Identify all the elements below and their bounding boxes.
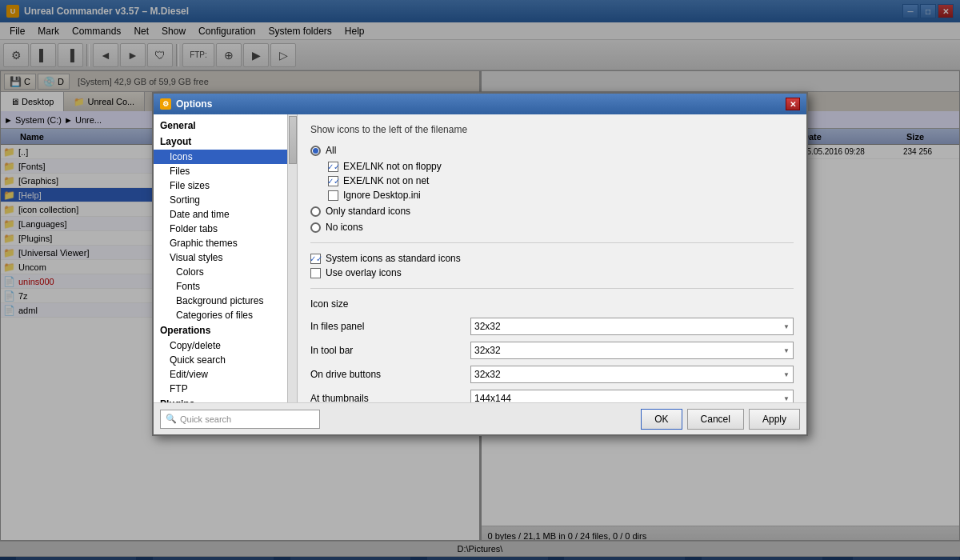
radio-row-no-icons[interactable]: No icons bbox=[310, 222, 794, 233]
content-section-title: Show icons to the left of the filename bbox=[310, 124, 794, 135]
modal-overlay: ⚙ Options ✕ General Layout Icons Files F… bbox=[0, 0, 960, 560]
tree-section-operations[interactable]: Operations bbox=[154, 322, 297, 338]
select-arrow-toolbar: ▼ bbox=[783, 347, 790, 354]
checkbox-row-ignore-ini[interactable]: Ignore Desktop.ini bbox=[328, 190, 794, 201]
tree-item-bg-pictures[interactable]: Background pictures bbox=[154, 294, 297, 308]
checkbox-exe-net-label: EXE/LNK not on net bbox=[343, 175, 429, 186]
icon-size-value-files: 32x32 bbox=[474, 321, 501, 332]
tree-item-date-time[interactable]: Date and time bbox=[154, 207, 297, 222]
icon-size-select-thumbnails[interactable]: 144x144 ▼ bbox=[470, 390, 794, 402]
icon-size-select-drives[interactable]: 32x32 ▼ bbox=[470, 366, 794, 383]
icon-size-label-files: In files panel bbox=[310, 321, 470, 332]
tree-item-quick-search[interactable]: Quick search bbox=[154, 353, 297, 367]
tree-item-icons[interactable]: Icons bbox=[154, 150, 297, 164]
icon-size-row-files: In files panel 32x32 ▼ bbox=[310, 318, 794, 335]
tree-item-folder-tabs[interactable]: Folder tabs bbox=[154, 222, 297, 236]
ok-button[interactable]: OK bbox=[641, 409, 682, 430]
tree-item-colors[interactable]: Colors bbox=[154, 265, 297, 279]
tree-scroll-thumb[interactable] bbox=[289, 116, 297, 164]
radio-all[interactable] bbox=[310, 146, 321, 156]
tree-item-sorting[interactable]: Sorting bbox=[154, 193, 297, 207]
radio-no-icons[interactable] bbox=[310, 222, 321, 233]
checkbox-row-exe-floppy[interactable]: ✓ EXE/LNK not on floppy bbox=[328, 161, 794, 172]
icon-size-value-drives: 32x32 bbox=[474, 369, 501, 380]
modal-title-text: Options bbox=[176, 98, 212, 110]
icon-size-value-thumbnails: 144x144 bbox=[474, 393, 511, 402]
radio-row-standard[interactable]: Only standard icons bbox=[310, 206, 794, 217]
tree-item-fonts[interactable]: Fonts bbox=[154, 279, 297, 294]
radio-no-icons-label: No icons bbox=[326, 222, 363, 233]
icon-size-select-toolbar[interactable]: 32x32 ▼ bbox=[470, 342, 794, 359]
checkbox-row-system-icons[interactable]: ✓ System icons as standard icons bbox=[310, 253, 794, 264]
tree-item-edit-view[interactable]: Edit/view bbox=[154, 367, 297, 382]
cancel-button[interactable]: Cancel bbox=[687, 409, 744, 430]
modal-close-button[interactable]: ✕ bbox=[786, 98, 800, 110]
tree-item-visual-styles[interactable]: Visual styles bbox=[154, 250, 297, 265]
checkbox-exe-floppy[interactable]: ✓ bbox=[328, 162, 338, 172]
tree-item-files[interactable]: Files bbox=[154, 164, 297, 178]
checkbox-system-icons-label: System icons as standard icons bbox=[326, 253, 461, 264]
tree-section-plugins[interactable]: Plugins bbox=[154, 396, 297, 402]
icon-size-value-toolbar: 32x32 bbox=[474, 345, 501, 356]
tree-item-ftp[interactable]: FTP bbox=[154, 382, 297, 396]
modal-title-bar: ⚙ Options ✕ bbox=[154, 94, 806, 114]
checkbox-exe-floppy-label: EXE/LNK not on floppy bbox=[343, 161, 442, 172]
checkbox-system-icons[interactable]: ✓ bbox=[310, 254, 321, 264]
tree-item-graphic-themes[interactable]: Graphic themes bbox=[154, 236, 297, 250]
divider2 bbox=[310, 288, 794, 289]
modal-body: General Layout Icons Files File sizes So… bbox=[154, 114, 806, 402]
icon-size-label-toolbar: In tool bar bbox=[310, 345, 470, 356]
icon-size-label-thumbnails: At thumbnails bbox=[310, 393, 470, 402]
icon-size-section-title: Icon size bbox=[310, 298, 794, 310]
modal-title-icon: ⚙ bbox=[160, 98, 171, 110]
tree-section-layout[interactable]: Layout bbox=[154, 134, 297, 150]
checkbox-exe-net[interactable]: ✓ bbox=[328, 176, 338, 186]
quick-search-box[interactable]: 🔍 Quick search bbox=[160, 410, 320, 429]
options-content: Show icons to the left of the filename A… bbox=[298, 114, 806, 402]
modal-bottom: 🔍 Quick search OK Cancel Apply bbox=[154, 402, 806, 434]
icon-size-label-drives: On drive buttons bbox=[310, 369, 470, 380]
icon-size-row-toolbar: In tool bar 32x32 ▼ bbox=[310, 342, 794, 359]
options-dialog: ⚙ Options ✕ General Layout Icons Files F… bbox=[152, 92, 808, 436]
checkbox-row-exe-net[interactable]: ✓ EXE/LNK not on net bbox=[328, 175, 794, 186]
modal-buttons: OK Cancel Apply bbox=[641, 409, 800, 430]
select-arrow-drives: ▼ bbox=[783, 371, 790, 378]
search-placeholder: Quick search bbox=[180, 414, 231, 424]
tree-item-copy-delete[interactable]: Copy/delete bbox=[154, 338, 297, 353]
radio-standard-label: Only standard icons bbox=[326, 206, 410, 217]
radio-row-all[interactable]: All bbox=[310, 145, 794, 156]
options-tree: General Layout Icons Files File sizes So… bbox=[154, 114, 298, 402]
tree-item-cat-files[interactable]: Categories of files bbox=[154, 308, 297, 322]
checkbox-ignore-ini-label: Ignore Desktop.ini bbox=[343, 190, 421, 201]
checkbox-overlay[interactable] bbox=[310, 268, 321, 278]
radio-all-label: All bbox=[326, 145, 336, 156]
icon-size-row-drives: On drive buttons 32x32 ▼ bbox=[310, 366, 794, 383]
tree-section-general[interactable]: General bbox=[154, 118, 297, 134]
icon-size-select-files[interactable]: 32x32 ▼ bbox=[470, 318, 794, 335]
tree-item-file-sizes[interactable]: File sizes bbox=[154, 178, 297, 193]
select-arrow-thumbnails: ▼ bbox=[783, 395, 790, 402]
divider bbox=[310, 242, 794, 243]
checkbox-ignore-ini[interactable] bbox=[328, 190, 338, 201]
radio-standard[interactable] bbox=[310, 206, 321, 217]
select-arrow-files: ▼ bbox=[783, 323, 790, 330]
apply-button[interactable]: Apply bbox=[749, 409, 800, 430]
tree-scrollbar[interactable] bbox=[287, 114, 297, 402]
search-icon: 🔍 bbox=[166, 414, 177, 424]
icon-size-row-thumbnails: At thumbnails 144x144 ▼ bbox=[310, 390, 794, 402]
checkbox-row-overlay[interactable]: Use overlay icons bbox=[310, 267, 794, 278]
checkbox-overlay-label: Use overlay icons bbox=[326, 267, 402, 278]
